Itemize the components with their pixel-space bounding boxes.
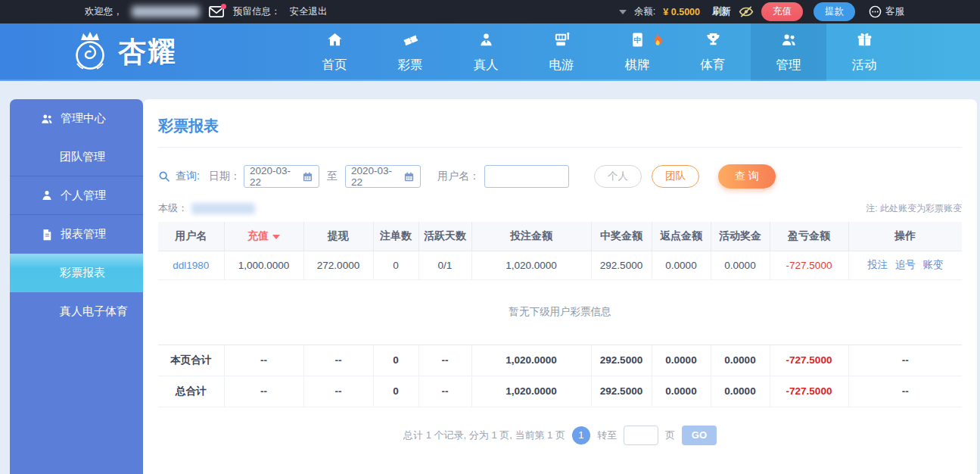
nav-items: 首页 彩票 真人 电游 中 棋牌 体育 [297,23,902,81]
balance-value: ¥ 0.5000 [663,7,700,17]
nav-item-home[interactable]: 首页 [297,23,372,81]
username-label: 用户名： [437,170,480,183]
users-icon [40,112,54,126]
col-bet-count: 注单数 [373,222,418,251]
eye-slash-icon[interactable] [739,5,754,18]
username-redacted [132,6,200,17]
balance-caret-icon[interactable] [619,10,627,14]
cell-profit-loss: -727.5000 [770,251,848,279]
message-envelope-icon[interactable] [209,6,224,17]
trophy-icon [705,31,722,51]
team-filter-button[interactable]: 团队 [652,165,699,188]
svg-text:中: 中 [633,36,641,44]
brand-name: 杏耀 [118,33,177,71]
col-win-amount: 中奖金额 [591,222,652,251]
logout-link[interactable]: 安全退出 [290,5,328,18]
page-total-row: 本页合计 -- -- 0 -- 1,020.0000 292.5000 0.00… [158,345,962,376]
nav-item-sports[interactable]: 体育 [675,23,751,81]
nav-item-egames[interactable]: 电游 [524,23,599,81]
home-icon [326,31,344,51]
table-header-row: 用户名 充值 提现 注单数 活跃天数 投注金额 中奖金额 返点金额 活动奖金 盈… [158,222,962,251]
refresh-link[interactable]: 刷新 [712,5,731,18]
personal-filter-button[interactable]: 个人 [594,165,642,188]
col-active-days: 活跃天数 [418,222,471,251]
col-actions: 操作 [848,222,962,251]
withdraw-button[interactable]: 提款 [814,2,855,21]
username-input[interactable] [484,165,569,188]
pagination: 总计 1 个记录, 分为 1 页, 当前第 1 页 1 转至 页 GO [158,426,962,445]
gift-icon [856,31,873,51]
sidebar-item-manage-center[interactable]: 管理中心 [10,99,143,138]
nav-item-promotions[interactable]: 活动 [826,23,902,81]
main-nav: 杏耀 首页 彩票 真人 电游 中 棋牌 [0,23,980,81]
grand-total-row: 总合计 -- -- 0 -- 1,020.0000 292.5000 0.000… [158,376,962,407]
sidebar-item-personal-manage[interactable]: 个人管理 [10,176,143,215]
date-label: 日期： [209,170,241,183]
go-button[interactable]: GO [682,426,717,445]
topbar-left: 欢迎您， 预留信息： 安全退出 [0,5,328,18]
sidebar-item-report-manage[interactable]: 报表管理 [10,215,143,254]
cell-activity-bonus: 0.0000 [711,251,770,279]
user-icon [40,189,54,202]
reserved-info-label: 预留信息： [233,5,281,18]
lottery-ticket-icon [402,31,419,51]
main-panel: 彩票报表 查询: 日期： 2020-03-22 至 2020-03-22 用户名… [143,99,977,474]
cell-withdraw: 272.0000 [303,251,373,279]
date-from-input[interactable]: 2020-03-22 [244,165,319,188]
goto-label: 转至 [597,429,617,442]
balance-label: 余额: [634,5,655,18]
bet-link[interactable]: 投注 [867,259,888,270]
table-row: ddl1980 1,000.0000 272.0000 0 0/1 1,020.… [158,251,962,279]
user-link[interactable]: ddl1980 [173,260,209,271]
table-note: 注: 此处账变为彩票账变 [866,202,962,215]
topbar-right: 余额: ¥ 0.5000 刷新 充值 提款 客服 [619,2,980,21]
crown-emblem-icon [70,30,110,74]
col-withdraw: 提现 [303,222,373,251]
cell-recharge: 1,000.0000 [224,251,303,279]
search-icon [158,170,170,182]
chat-bubble-icon [869,5,882,18]
chase-link[interactable]: 追号 [895,259,916,270]
document-icon [40,228,54,242]
nav-item-lottery[interactable]: 彩票 [372,23,448,81]
sidebar-item-lottery-report[interactable]: 彩票报表 [10,254,143,292]
nav-item-board-games[interactable]: 中 棋牌 [599,23,675,81]
cell-bet-count: 0 [373,251,418,279]
sidebar-item-team-manage[interactable]: 团队管理 [10,138,143,176]
users-icon [780,31,798,51]
calendar-icon [302,171,313,182]
sort-desc-icon [272,235,280,239]
slot-machine-icon [553,31,571,51]
level-row: 本级： 注: 此处账变为彩票账变 [158,201,962,215]
col-bet-amount: 投注金额 [471,222,591,251]
brand-logo[interactable]: 杏耀 [70,30,297,74]
col-username: 用户名 [158,222,224,251]
page-1-button[interactable]: 1 [572,426,590,444]
account-change-link[interactable]: 账变 [923,259,944,270]
col-recharge-sortable[interactable]: 充值 [224,222,303,251]
recharge-button[interactable]: 充值 [761,2,803,21]
app-window: 欢迎您， 预留信息： 安全退出 余额: ¥ 0.5000 刷新 充值 提款 [0,0,980,474]
notification-dot [221,4,226,9]
col-rebate-amount: 返点金额 [652,222,711,251]
sidebar-item-live-esports[interactable]: 真人电子体育 [10,292,143,331]
search-bar: 查询: 日期： 2020-03-22 至 2020-03-22 用户名： 个人 … [158,164,962,189]
level-label: 本级： [158,201,188,215]
sidebar: 管理中心 团队管理 个人管理 报表管理 彩票报表 真人电子体育 [10,99,143,474]
empty-state-row: 暂无下级用户彩票信息 [158,279,962,345]
page-title: 彩票报表 [158,116,962,148]
date-to-input[interactable]: 2020-03-22 [345,165,421,188]
cell-win-amount: 292.5000 [591,251,652,279]
query-button[interactable]: 查 询 [718,164,776,189]
mahjong-tile-icon: 中 [629,31,646,51]
service-label: 客服 [885,5,904,18]
pagination-summary: 总计 1 个记录, 分为 1 页, 当前第 1 页 [403,429,565,442]
nav-item-live[interactable]: 真人 [448,23,524,81]
goto-page-input[interactable] [624,426,658,445]
empty-state-text: 暂无下级用户彩票信息 [158,279,962,345]
customer-service[interactable]: 客服 [869,5,904,18]
calendar-icon [403,171,415,182]
date-to-label: 至 [327,170,338,183]
live-person-icon [478,31,495,51]
nav-item-manage[interactable]: 管理 [751,23,826,81]
